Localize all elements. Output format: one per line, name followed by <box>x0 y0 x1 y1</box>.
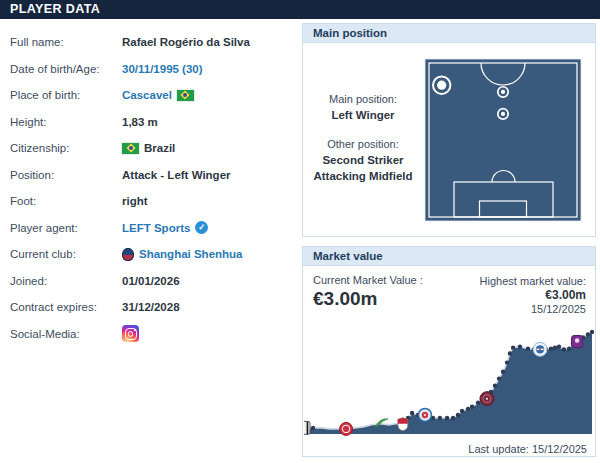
info-value[interactable]: 30/11/1995 (30) <box>122 63 203 75</box>
brazil-flag-icon <box>177 90 194 101</box>
chart-data-point <box>460 409 464 413</box>
chart-data-point <box>493 384 497 388</box>
info-value: Brazil <box>122 142 175 154</box>
verified-badge-icon: ✓ <box>195 221 208 234</box>
chart-data-point <box>553 345 557 349</box>
chart-data-point <box>549 346 553 350</box>
chart-data-point <box>445 416 449 420</box>
chart-data-point <box>451 416 455 420</box>
chart-data-point <box>590 330 594 334</box>
market-value-panel-header: Market value <box>303 247 595 266</box>
info-value[interactable]: Cascavel <box>122 89 194 101</box>
info-label: Player agent: <box>10 222 122 234</box>
chart-data-point <box>438 416 442 420</box>
info-label: Position: <box>10 169 122 181</box>
chart-data-point <box>505 360 509 364</box>
other-position-label: Other position: <box>303 136 423 152</box>
main-position-label: Main position: <box>303 91 423 107</box>
info-value-text: right <box>122 195 148 207</box>
chart-data-point <box>511 345 515 349</box>
info-value: 01/01/2026 <box>122 275 180 287</box>
info-value-text[interactable]: Shanghai Shenhua <box>139 248 243 260</box>
crest-blue-white-round <box>533 342 547 356</box>
main-position-body: Main position: Left Winger Other positio… <box>303 43 595 226</box>
market-value-panel: Market value Current Market Value : €3.0… <box>302 246 596 457</box>
instagram-icon[interactable] <box>122 325 139 342</box>
info-label: Social-Media: <box>10 328 122 340</box>
page-header-bar: PLAYER DATA <box>0 0 600 19</box>
crest-black-white-stripes <box>304 421 310 434</box>
chart-data-point <box>311 426 315 430</box>
info-row: Height:1,83 m <box>0 109 300 136</box>
info-row: Foot:right <box>0 188 300 215</box>
info-value <box>122 325 139 342</box>
info-row: Citizenship:Brazil <box>0 135 300 162</box>
info-label: Height: <box>10 116 122 128</box>
crest-red-circle <box>340 422 353 435</box>
info-label: Full name: <box>10 36 122 48</box>
main-position-panel-header: Main position <box>303 24 595 43</box>
chart-data-point <box>456 413 460 417</box>
info-label: Current club: <box>10 248 122 260</box>
highest-market-value-label: Highest market value: <box>480 274 586 288</box>
info-row: Joined:01/01/2026 <box>0 268 300 295</box>
page-title: PLAYER DATA <box>10 2 100 16</box>
info-row: Player agent:LEFT Sports✓ <box>0 215 300 242</box>
info-value-text[interactable]: 30/11/1995 (30) <box>122 63 203 75</box>
info-value-text: 31/12/2028 <box>122 301 180 313</box>
chart-data-point <box>518 344 522 348</box>
club-crest-icon[interactable] <box>122 248 134 261</box>
chart-data-point <box>586 332 590 336</box>
info-value[interactable]: Shanghai Shenhua <box>122 248 243 261</box>
chart-data-point <box>476 401 480 405</box>
crest-blue-red-round <box>418 408 431 421</box>
market-value-chart <box>304 320 596 455</box>
info-label: Foot: <box>10 195 122 207</box>
last-update-text: Last update: 15/12/2025 <box>468 443 587 455</box>
info-row: Current club:Shanghai Shenhua <box>0 241 300 268</box>
info-value-text[interactable]: Cascavel <box>122 89 172 101</box>
highest-market-value-block: Highest market value: €3.00m 15/12/2025 <box>480 274 586 316</box>
brazil-flag-icon <box>122 143 139 154</box>
info-value: 31/12/2028 <box>122 301 180 313</box>
market-value-summary: Current Market Value : €3.00m Highest ma… <box>303 266 595 316</box>
info-label: Contract expires: <box>10 301 122 313</box>
info-row: Full name:Rafael Rogério da Silva <box>0 29 300 56</box>
info-label: Joined: <box>10 275 122 287</box>
info-row: Position:Attack - Left Winger <box>0 162 300 189</box>
info-label: Citizenship: <box>10 142 122 154</box>
info-value: right <box>122 195 148 207</box>
info-value-text: 01/01/2026 <box>122 275 180 287</box>
highest-market-value-date: 15/12/2025 <box>480 302 586 316</box>
main-position-panel: Main position Main position: Left Winger… <box>302 23 596 237</box>
crest-red-white-shield <box>398 418 408 431</box>
chart-data-point <box>470 405 474 409</box>
info-value-text[interactable]: LEFT Sports <box>122 222 190 234</box>
pitch-diagram <box>424 58 582 226</box>
highest-market-value: €3.00m <box>480 288 586 302</box>
info-value-text: 1,83 m <box>122 116 158 128</box>
crest-purple <box>572 336 583 348</box>
position-text-block: Main position: Left Winger Other positio… <box>303 91 423 226</box>
chart-data-point <box>562 347 566 351</box>
info-value: Attack - Left Winger <box>122 169 231 181</box>
info-value-text: Rafael Rogério da Silva <box>122 36 250 48</box>
chart-data-point <box>466 407 470 411</box>
other-position-value-2: Attacking Midfield <box>303 168 423 184</box>
info-label: Place of birth: <box>10 89 122 101</box>
info-value: 1,83 m <box>122 116 158 128</box>
info-value[interactable]: LEFT Sports✓ <box>122 221 208 234</box>
info-value-text: Brazil <box>144 142 175 154</box>
info-value-text: Attack - Left Winger <box>122 169 231 181</box>
info-row: Date of birth/Age:30/11/1995 (30) <box>0 56 300 83</box>
main-position-value: Left Winger <box>303 107 423 123</box>
chart-data-point <box>526 346 530 350</box>
pitch-svg <box>424 58 582 222</box>
info-row: Place of birth:Cascavel <box>0 82 300 109</box>
chart-data-point <box>497 376 501 380</box>
spacer <box>303 123 423 136</box>
chart-data-point <box>567 346 571 350</box>
current-market-value: €3.00m <box>313 288 423 310</box>
info-row: Contract expires:31/12/2028 <box>0 294 300 321</box>
crest-dark-red-round <box>480 392 494 406</box>
